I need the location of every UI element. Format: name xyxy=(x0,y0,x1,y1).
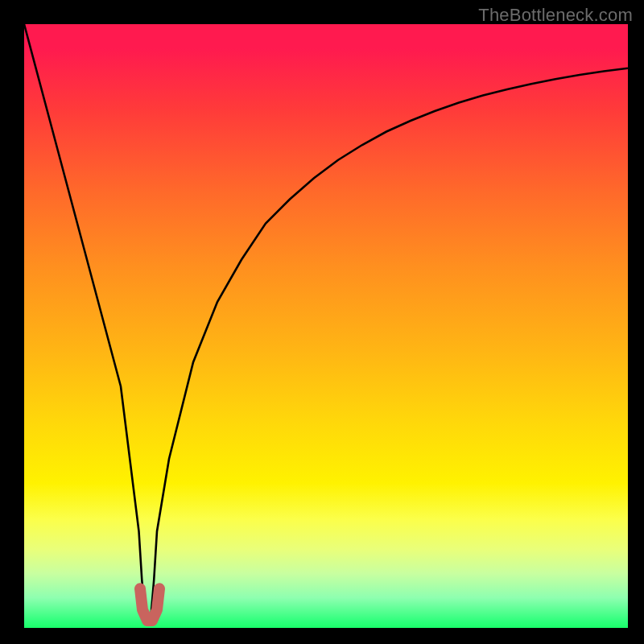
chart-svg xyxy=(24,24,628,628)
bottleneck-curve xyxy=(24,24,628,622)
outer-frame: TheBottleneck.com xyxy=(0,0,644,644)
watermark-text: TheBottleneck.com xyxy=(478,5,633,26)
plot-area xyxy=(24,24,628,628)
u-bottom-marker xyxy=(140,588,159,621)
